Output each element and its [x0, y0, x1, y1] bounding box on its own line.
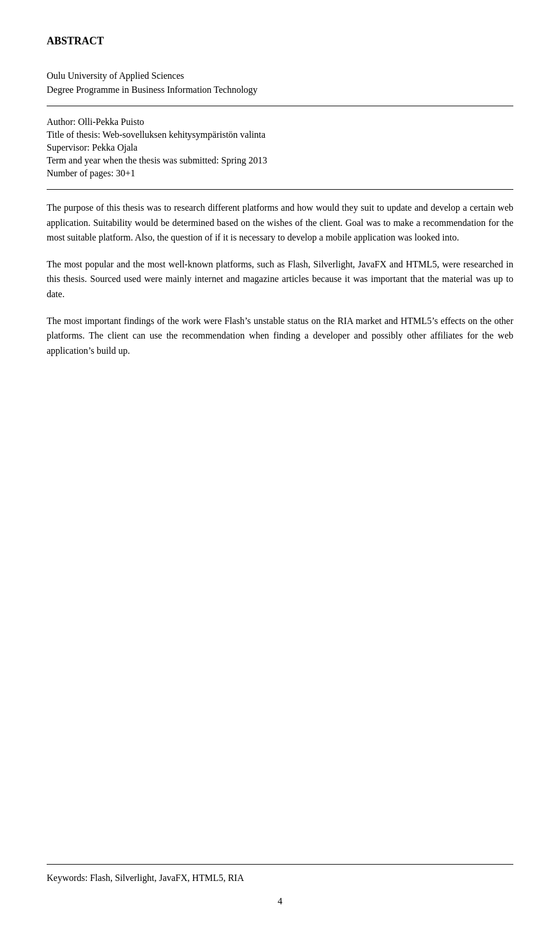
top-divider — [47, 106, 513, 106]
paragraph-2: The most popular and the most well-known… — [47, 257, 513, 302]
keywords-text: Keywords: Flash, Silverlight, JavaFX, HT… — [47, 873, 513, 883]
pages-row: Number of pages: 30+1 — [47, 168, 513, 179]
page: ABSTRACT Oulu University of Applied Scie… — [0, 0, 560, 930]
paragraph-3: The most important findings of the work … — [47, 314, 513, 358]
title-row: Title of thesis: Web-sovelluksen kehitys… — [47, 130, 513, 140]
term-row: Term and year when the thesis was submit… — [47, 155, 513, 166]
keywords-divider — [47, 864, 513, 865]
page-number: 4 — [278, 896, 282, 907]
author-row: Author: Olli-Pekka Puisto — [47, 117, 513, 127]
middle-divider — [47, 189, 513, 190]
university-name: Oulu University of Applied Sciences — [47, 71, 513, 81]
supervisor-row: Supervisor: Pekka Ojala — [47, 142, 513, 153]
abstract-heading: ABSTRACT — [47, 35, 513, 47]
paragraph-1: The purpose of this thesis was to resear… — [47, 200, 513, 245]
degree-programme: Degree Programme in Business Information… — [47, 85, 513, 95]
keywords-section: Keywords: Flash, Silverlight, JavaFX, HT… — [47, 864, 513, 883]
